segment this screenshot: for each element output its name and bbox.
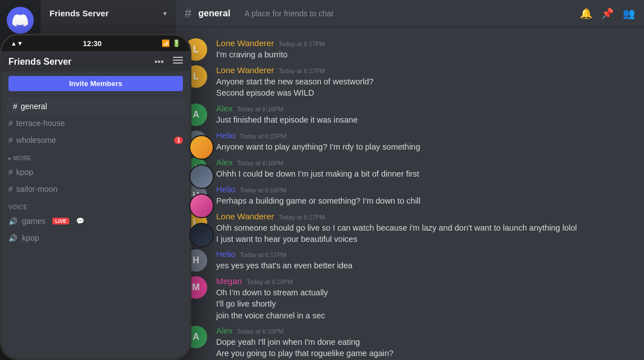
hash-icon: # xyxy=(13,102,17,111)
message-timestamp: Today at 6:17PM xyxy=(279,40,325,47)
channel-name-label: wholesome xyxy=(16,136,56,145)
message-content: Alex Today at 6:16PM Ohhh I could be dow… xyxy=(216,158,635,179)
member-avatar-4 xyxy=(189,223,214,248)
voice-chat-icon: 💬 xyxy=(76,217,84,225)
members-icon[interactable]: 👥 xyxy=(623,7,635,20)
invite-members-button[interactable]: Invite Members xyxy=(8,76,183,91)
message-row: A Alex Today at 6:19PM Dope yeah I'll jo… xyxy=(176,323,644,360)
hash-icon: # xyxy=(8,136,13,145)
message-header: Helio Today at 6:16PM xyxy=(216,184,635,194)
message-text: Just finished that episode it was insane xyxy=(216,114,635,125)
voice-category: VOICE xyxy=(2,197,190,213)
message-text: Dope yeah I'll join when I'm done eating xyxy=(216,336,635,348)
message-author: Lone Wanderer xyxy=(216,65,274,75)
phone-screen: Friends Server ••• Invite Members # gene… xyxy=(2,51,190,358)
speaker-icon: 🔊 xyxy=(8,234,17,242)
bell-icon[interactable]: 🔔 xyxy=(580,7,592,20)
hash-icon: # xyxy=(8,168,13,177)
hash-icon: # xyxy=(8,119,13,128)
hash-icon: # xyxy=(8,184,13,194)
status-right: 📶 🔋 xyxy=(162,39,181,47)
message-timestamp: Today at 6:15PM xyxy=(240,133,287,140)
message-text: I just want to hear your beautiful voice… xyxy=(216,233,635,245)
message-header: Helio Today at 6:15PM xyxy=(216,130,635,140)
message-header: Alex Today at 6:16PM xyxy=(216,158,635,167)
message-author: Helio xyxy=(216,184,235,194)
message-header: Lone Wanderer Today at 6:17PM xyxy=(216,212,635,221)
discord-home-icon[interactable] xyxy=(7,7,34,34)
message-text: Oh I'm down to stream actually xyxy=(216,287,635,298)
message-content: Alex Today at 6:16PM Just finished that … xyxy=(216,104,635,125)
message-text: yes yes yes that's an even better idea xyxy=(216,260,635,271)
phone-channel-wholesome[interactable]: # wholesome 1 xyxy=(2,132,190,148)
message-text: I'll go live shortly xyxy=(216,298,635,309)
message-text: Are you going to play that roguelike gam… xyxy=(216,348,635,359)
speaker-icon: 🔊 xyxy=(8,217,17,226)
more-category: ▸ MORE xyxy=(2,148,190,164)
phone-channel-kpop[interactable]: # kpop xyxy=(2,164,190,181)
message-content: Helio Today at 6:15PM Anyone want to pla… xyxy=(216,130,635,152)
message-author: Lone Wanderer xyxy=(216,38,274,48)
message-author: Alex xyxy=(216,158,232,167)
message-header: Megan Today at 6:18PM xyxy=(216,276,635,286)
phone-channels: # general # terrace-house # wholesome 1 … xyxy=(2,96,190,358)
member-avatar-3 xyxy=(189,194,214,218)
message-row: M Megan Today at 6:18PM Oh I'm down to s… xyxy=(176,274,644,323)
phone-voice-kpop[interactable]: 🔊 kpop xyxy=(2,230,190,246)
member-avatar-2 xyxy=(189,164,214,189)
message-author: Alex xyxy=(216,326,232,335)
hamburger-icon[interactable] xyxy=(173,57,183,67)
channel-name-label: terrace-house xyxy=(16,119,65,128)
message-text: Second episode was WILD xyxy=(216,87,635,98)
message-text: Ohh someone should go live so I can watc… xyxy=(216,222,635,233)
message-text: join the voice channel in a sec xyxy=(216,310,635,321)
chat-header-icons: 🔔 📌 👥 xyxy=(580,7,635,20)
wifi-icon: 📶 xyxy=(162,39,170,47)
message-header: Lone Wanderer Today at 6:17PM xyxy=(216,65,635,75)
message-header: Lone Wanderer Today at 6:17PM xyxy=(216,38,635,48)
message-timestamp: Today at 6:16PM xyxy=(240,187,287,194)
message-row: A Alex Today at 6:16PM Just finished tha… xyxy=(176,101,644,128)
channel-name-label: sailor-moon xyxy=(16,184,57,194)
message-author: Lone Wanderer xyxy=(216,212,274,221)
message-content: Alex Today at 6:19PM Dope yeah I'll join… xyxy=(216,326,635,359)
status-left: ▲▼ xyxy=(11,40,23,47)
message-text: Anyone start the new season of westworld… xyxy=(216,76,635,87)
server-header[interactable]: Friends Server ▾ xyxy=(41,0,176,27)
message-timestamp: Today at 6:19PM xyxy=(237,328,284,335)
message-row: A Alex Today at 6:16PM Ohhh I could be d… xyxy=(176,155,644,182)
phone-channel-sailor-moon[interactable]: # sailor-moon xyxy=(2,181,190,197)
message-header: Alex Today at 6:16PM xyxy=(216,104,635,113)
message-timestamp: Today at 6:17PM xyxy=(240,251,287,258)
chat-header: # general A place for friends to chat 🔔 … xyxy=(176,0,644,27)
message-row: L Lone Wanderer Today at 6:17PM I'm crav… xyxy=(176,36,644,63)
message-timestamp: Today at 6:18PM xyxy=(247,278,293,285)
server-header-title: Friends Server xyxy=(50,8,109,18)
phone-voice-games[interactable]: 🔊 games LIVE 💬 xyxy=(2,213,190,230)
live-badge: LIVE xyxy=(52,218,69,224)
message-row: H Helio Today at 6:15PM Anyone want to p… xyxy=(176,128,644,155)
phone-more-icon[interactable]: ••• xyxy=(154,57,164,67)
phone-app-header: Friends Server ••• xyxy=(2,51,190,71)
message-row: H Helio Today at 6:17PM yes yes yes that… xyxy=(176,247,644,274)
message-author: Megan xyxy=(216,276,242,286)
message-content: Helio Today at 6:16PM Perhaps a building… xyxy=(216,184,635,206)
message-timestamp: Today at 6:16PM xyxy=(237,106,284,112)
message-content: Lone Wanderer Today at 6:17PM Anyone sta… xyxy=(216,65,635,99)
message-content: Megan Today at 6:18PM Oh I'm down to str… xyxy=(216,276,635,321)
message-row: L Lone Wanderer Today at 6:17PM Anyone s… xyxy=(176,63,644,101)
phone-channel-terrace[interactable]: # terrace-house xyxy=(2,115,190,132)
pin-icon[interactable]: 📌 xyxy=(601,7,614,20)
phone-frame: ▲▼ 12:30 📶 🔋 Friends Server ••• I xyxy=(0,34,191,360)
message-timestamp: Today at 6:16PM xyxy=(237,160,284,166)
dropdown-arrow: ▾ xyxy=(163,10,167,17)
phone-channel-general[interactable]: # general xyxy=(6,98,185,115)
signal-icon: ▲▼ xyxy=(11,40,23,47)
message-author: Alex xyxy=(216,104,232,113)
phone-overlay: ▲▼ 12:30 📶 🔋 Friends Server ••• I xyxy=(0,34,205,349)
phone-server-name: Friends Server xyxy=(8,57,71,67)
main-chat-area: # general A place for friends to chat 🔔 … xyxy=(176,0,644,360)
chat-channel-description: A place for friends to chat xyxy=(244,9,333,18)
chat-hash-icon: # xyxy=(185,6,191,21)
message-timestamp: Today at 6:17PM xyxy=(279,68,325,74)
